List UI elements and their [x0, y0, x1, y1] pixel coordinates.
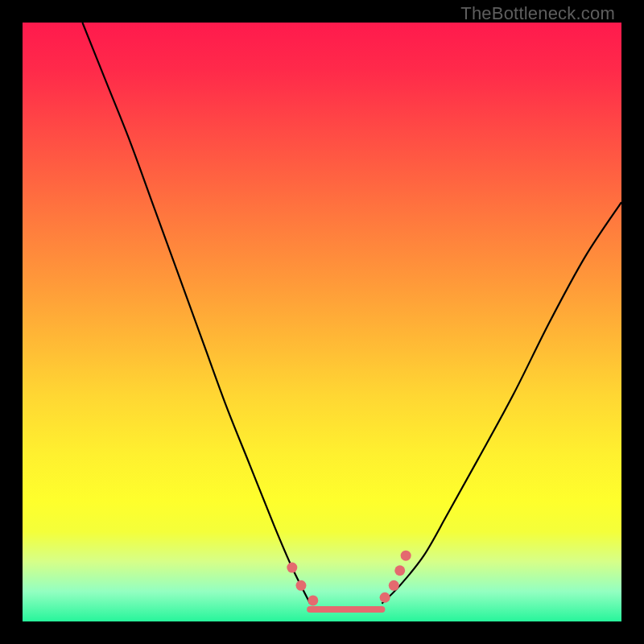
- highlight-dot: [287, 563, 297, 573]
- highlight-dots: [287, 551, 411, 606]
- highlight-dot: [401, 551, 411, 561]
- highlight-dot: [308, 595, 318, 605]
- right-curve: [382, 202, 621, 603]
- watermark-text: TheBottleneck.com: [460, 3, 615, 24]
- highlight-dot: [389, 580, 399, 591]
- plot-area: [23, 23, 621, 621]
- left-curve: [82, 23, 310, 604]
- highlight-dot: [295, 580, 306, 591]
- highlight-dot: [380, 592, 390, 603]
- curves-layer: [23, 23, 621, 621]
- highlight-dot: [394, 565, 405, 576]
